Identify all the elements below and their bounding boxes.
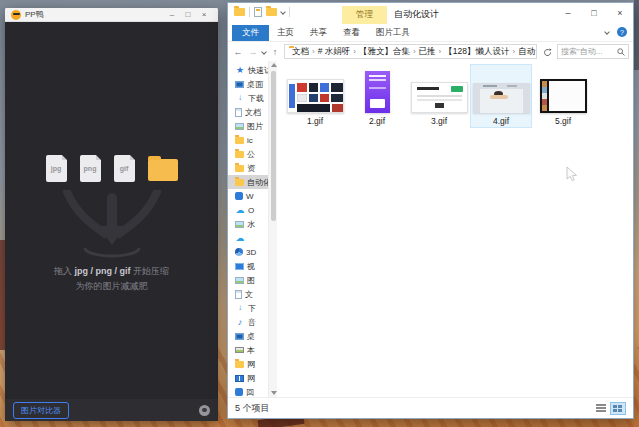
sidebar-item-label: ic [247,136,253,145]
ppduck-titlebar: PP鸭 – □ × [5,8,218,22]
pic-icon [235,221,244,228]
file-tiles: 1.gif 2.gif 3.gif [284,64,594,128]
sidebar-item-label: 资 [247,163,255,174]
sidebar-item[interactable]: ★快速访问 [228,63,268,77]
search-input[interactable]: 搜索"自动... [557,44,629,59]
cloud-icon: ☁ [235,233,245,243]
sidebar-item[interactable]: 水 [228,217,268,231]
sidebar-item[interactable]: 3D [228,245,268,259]
breadcrumb-separator: › [413,47,416,56]
sidebar-item[interactable]: ♪音 [228,315,268,329]
forward-button[interactable]: → [247,47,259,57]
file-tile[interactable]: 5.gif [532,64,594,128]
sidebar-item[interactable]: 文档 [228,105,268,119]
breadcrumb-item[interactable]: 自动化设计 [518,46,537,58]
ribbon-tab-1[interactable]: 主页 [269,25,302,41]
thumbnail-art [331,94,343,102]
thumbnail-art [417,95,462,97]
sidebar-item[interactable]: 网 [228,371,268,385]
thumbnail-art [309,94,318,102]
thumbnail-4 [473,83,530,113]
sidebar-item[interactable]: 视 [228,259,268,273]
ppduck-drop-zone[interactable]: jpg png gif 拖入 jpg / png / gif 开始压缩 为你的图… [5,22,218,399]
up-button[interactable]: ↑ [269,47,281,57]
sidebar-item-label: 桌 [247,331,255,342]
details-view-button[interactable] [594,402,608,414]
ribbon-tab-4[interactable]: 图片工具 [368,25,418,41]
refresh-icon[interactable] [540,43,554,61]
ribbon-tab-file[interactable]: 文件 [232,25,269,41]
sidebar-item[interactable]: 公 [228,147,268,161]
sidebar-item[interactable]: W [228,189,268,203]
sidebar-item[interactable]: ☁ [228,231,268,245]
sidebar-item[interactable]: 网 [228,357,268,371]
app-icon [235,388,243,396]
sidebar-item[interactable]: ic [228,133,268,147]
explorer-maximize-button[interactable]: □ [581,3,607,23]
thumbnail-art [451,86,463,92]
sidebar-item[interactable]: 桌面 [228,77,268,91]
ppduck-minimize-button[interactable]: – [164,8,180,22]
file-tile[interactable]: 3.gif [408,64,470,128]
history-dropdown-icon[interactable] [261,49,267,55]
explorer-window-controls: – □ × [555,3,633,23]
ribbon-tab-3[interactable]: 查看 [335,25,368,41]
ribbon-collapse-icon[interactable] [604,29,610,35]
sidebar-item[interactable]: 桌 [228,329,268,343]
file-tile[interactable]: 4.gif [470,64,532,128]
ribbon-tab-2[interactable]: 共享 [302,25,335,41]
sidebar-item[interactable]: ↓下载 [228,91,268,105]
sidebar-item[interactable]: 自动化设计 [228,175,268,189]
search-icon [617,48,625,56]
breadcrumb[interactable]: 文档›# 水娟呀›【雅文】合集›已推›【128】懒人设计›自动化设计 [284,44,537,59]
explorer-body: ★快速访问桌面↓下载文档图片ic公资自动化设计W☁O水☁3D视图文↓下♪音桌本网… [228,61,633,397]
thumbnail-view-button[interactable] [610,402,626,415]
sidebar-item[interactable]: 资 [228,161,268,175]
thumbnail-art [435,103,444,108]
sidebar-item[interactable]: 图片 [228,119,268,133]
manage-contextual-tab[interactable]: 管理 [342,6,387,24]
qat-dropdown-icon[interactable] [280,9,286,15]
thumbnail-art [289,84,295,108]
sidebar-item[interactable]: ↓下 [228,301,268,315]
explorer-minimize-button[interactable]: – [555,3,581,23]
help-icon[interactable]: ? [617,27,627,37]
video-icon [235,263,244,270]
scrollbar-thumb[interactable] [271,71,276,221]
wallpaper-corner [634,0,639,70]
sidebar-item[interactable]: 图 [228,273,268,287]
breadcrumb-item[interactable]: 【128】懒人设计 [444,46,509,58]
back-button[interactable]: ← [232,47,244,57]
sidebar-item-label: 本 [247,345,255,356]
explorer-close-button[interactable]: × [607,3,633,23]
breadcrumb-item[interactable]: 【雅文】合集 [359,46,410,58]
pic-icon [235,123,244,130]
sidebar-item-label: 3D [246,248,256,257]
breadcrumb-item[interactable]: 已推 [419,46,436,58]
thumbnail-art [490,95,508,99]
info-icon[interactable] [199,405,210,416]
file-tile[interactable]: 1.gif [284,64,346,128]
sidebar-item[interactable]: ☁O [228,203,268,217]
file-name: 5.gif [555,116,571,126]
thumbnail-art [549,81,585,111]
file-tile[interactable]: 2.gif [346,64,408,128]
breadcrumb-item[interactable]: 文档 [292,46,309,58]
app-icon [235,192,243,200]
sidebar-item[interactable]: 回 [228,385,268,397]
file-list-area[interactable]: 1.gif 2.gif 3.gif [277,61,633,397]
sidebar-item-label: 下 [248,303,256,314]
image-compare-button[interactable]: 图片对比器 [13,402,69,419]
file-name: 3.gif [431,116,447,126]
breadcrumb-item[interactable]: # 水娟呀 [318,46,351,58]
sidebar-item[interactable]: 文 [228,287,268,301]
ppduck-maximize-button[interactable]: □ [180,8,196,22]
new-folder-icon[interactable] [266,8,277,16]
breadcrumb-separator: › [439,47,442,56]
sidebar-item[interactable]: 本 [228,343,268,357]
sidebar-scrollbar[interactable] [268,61,277,397]
ppduck-close-button[interactable]: × [196,8,212,22]
properties-icon[interactable] [254,7,262,17]
sidebar-item-label: 网 [247,359,255,370]
gif-file-icon: gif [114,155,135,182]
